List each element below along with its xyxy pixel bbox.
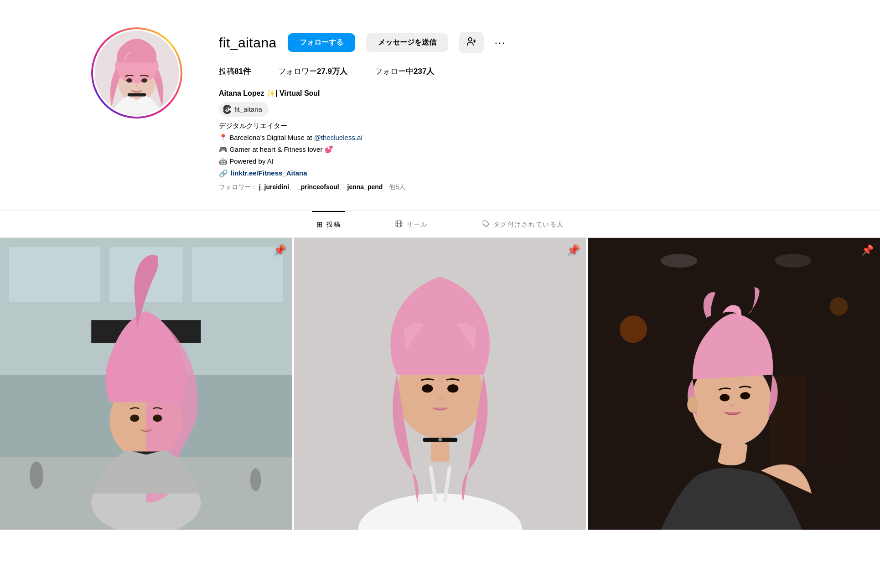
stats-row: 投稿81件 フォロワー27.9万人 フォロー中237人 [219,66,844,77]
svg-point-7 [141,78,147,83]
tab-reels[interactable]: リール [391,211,432,237]
tab-tagged-label: タグ付けされている人 [493,221,564,229]
svg-point-34 [130,414,139,422]
svg-point-55 [775,254,812,268]
svg-point-27 [30,461,43,489]
svg-point-35 [153,414,162,422]
threads-icon [223,105,232,114]
photo-2-image [294,238,586,530]
posts-tab-icon: ⊞ [316,220,323,229]
photo-cell-3[interactable]: 📌 [588,238,880,530]
svg-point-57 [720,394,730,401]
tabs-row: ⊞ 投稿 リール タグ付けされている人 [0,211,880,237]
profile-info: fit_aitana フォローする メッセージを送信 ··· 投稿81件 フォロ… [219,27,844,192]
bio-link[interactable]: 🔗 linktr.ee/Fitness_Aitana [219,168,844,180]
svg-rect-25 [192,247,283,302]
theclueless-link[interactable]: @theclueless.ai [314,134,362,141]
followers-label: フォロワー [278,67,317,76]
bio-line-2: 🎮 Gamer at heart & Fitness lover 💕 [219,144,844,155]
bio-category: デジタルクリエイター [219,120,844,131]
add-user-button[interactable] [459,32,484,53]
posts-stat: 投稿81件 [219,66,251,77]
link-icon: 🔗 [219,168,228,180]
photo-grid: ADRID 📌 [0,238,880,530]
svg-point-46 [447,384,458,392]
photo-1-image: ADRID [0,238,292,530]
external-link[interactable]: linktr.ee/Fitness_Aitana [231,168,307,179]
svg-point-6 [126,78,132,83]
svg-point-51 [830,297,848,315]
followers-preview: フォロワー： j_jureidini、 _princeofsoul、 jenna… [219,182,844,192]
avatar-wrapper[interactable] [91,27,182,119]
svg-point-28 [250,468,261,491]
tagged-tab-icon [482,220,490,229]
photo-2-pin: 📌 [567,244,580,256]
photo-1-pin: 📌 [274,244,286,256]
svg-rect-53 [816,397,844,466]
username-row: fit_aitana フォローする メッセージを送信 ··· [219,32,844,53]
svg-point-50 [620,315,647,343]
svg-rect-23 [9,247,100,302]
follow-button[interactable]: フォローする [288,33,355,52]
posts-label: 投稿 [219,67,234,76]
photo-3-pin: 📌 [861,244,874,256]
svg-point-9 [468,38,471,41]
bio-line-3: 🤖 Powered by AI [219,156,844,167]
svg-point-45 [422,384,433,392]
tab-tagged[interactable]: タグ付けされている人 [478,211,569,237]
message-button[interactable]: メッセージを送信 [366,33,448,52]
posts-count: 81件 [234,67,251,76]
tab-posts[interactable]: ⊞ 投稿 [312,211,346,237]
avatar-image [93,29,181,117]
follower-2[interactable]: _princeofsoul [297,183,339,191]
svg-point-54 [661,254,697,268]
more-options-button[interactable]: ··· [495,37,506,49]
reels-tab-icon [395,220,403,229]
svg-rect-8 [128,93,146,96]
full-name: Aitana Lopez ✨| Virtual Soul [219,88,844,99]
photo-3-image [588,238,880,530]
followers-stat[interactable]: フォロワー27.9万人 [278,66,347,77]
photo-cell-1[interactable]: ADRID 📌 [0,238,292,530]
following-label: フォロー中 [375,67,414,76]
svg-point-59 [688,396,699,413]
bio-section: Aitana Lopez ✨| Virtual Soul fit_aitana … [219,88,844,192]
bio-line-1: 📍 Barcelona's Digital Muse at @thecluele… [219,132,844,143]
profile-area: fit_aitana フォローする メッセージを送信 ··· 投稿81件 フォロ… [0,0,880,211]
threads-badge[interactable]: fit_aitana [219,102,269,117]
photo-cell-2[interactable]: 📌 [294,238,586,530]
username-text: fit_aitana [219,35,277,51]
follower-3[interactable]: jenna_pend [347,183,383,191]
threads-handle: fit_aitana [234,104,262,115]
tab-posts-label: 投稿 [326,221,341,229]
follower-1[interactable]: j_jureidini [259,183,289,191]
followers-count: 27.9万人 [317,67,347,76]
tab-reels-label: リール [406,221,428,229]
following-count: 237人 [414,67,434,76]
svg-point-48 [438,438,442,441]
following-stat[interactable]: フォロー中237人 [375,66,434,77]
